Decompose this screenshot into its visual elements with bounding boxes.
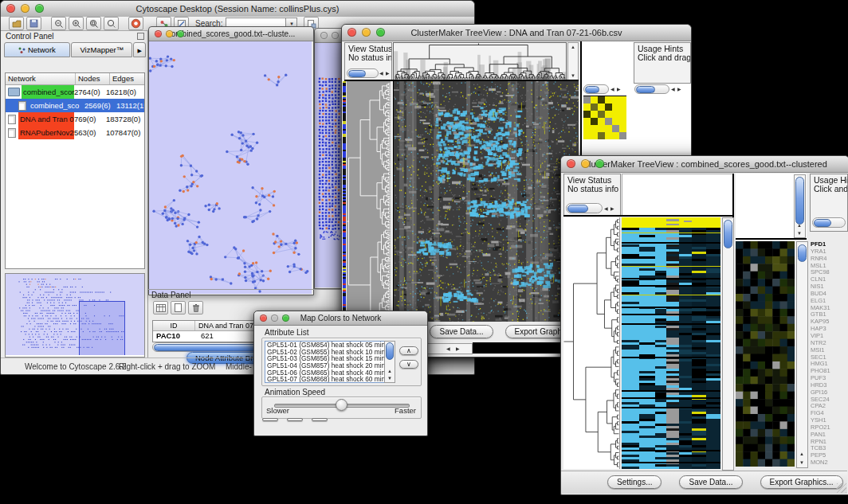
tv1-column-dendrogram[interactable] (393, 42, 567, 80)
tv2-heatmap-vscroll[interactable] (722, 217, 734, 471)
close-button[interactable] (260, 315, 267, 322)
zoom-selected-icon[interactable] (104, 17, 119, 30)
dialog-button[interactable] (287, 418, 303, 421)
delete-attribute-icon[interactable] (188, 301, 203, 315)
tv1-zoom-hscroll[interactable] (583, 84, 609, 94)
open-file-icon[interactable] (9, 17, 24, 30)
network-type-icon (8, 115, 16, 124)
close-button[interactable] (320, 32, 328, 39)
float-panel-icon[interactable] (137, 29, 144, 43)
network-row[interactable]: RNAPuberNov2+ 563(0) 107847(0) (6, 126, 144, 139)
tv1-usage-hints-panel: Usage Hints Click and drag to (634, 42, 691, 84)
network-window-1: combined_scores_good.txt--cluste... (148, 26, 314, 295)
minimize-button[interactable] (332, 32, 339, 39)
birdseye-canvas[interactable] (6, 274, 144, 355)
treeview-button[interactable]: Save Data... (679, 475, 742, 489)
close-button[interactable] (347, 28, 356, 37)
treeview1-title-bar[interactable]: ClusterMaker TreeView : DNA and Tran 07-… (342, 25, 691, 41)
tv2-zoom-vscroll[interactable]: ▲ ▼ (796, 241, 808, 468)
close-button[interactable] (6, 4, 15, 13)
dialog-button[interactable] (262, 418, 278, 421)
view-status-text: No status info f (345, 53, 391, 62)
dialog-title-bar[interactable]: Map Colors to Network (254, 311, 427, 326)
tab-vizmapper[interactable]: VizMapper™ (71, 42, 132, 57)
tv1-zoom-heatmap[interactable] (583, 96, 626, 139)
minimize-button[interactable] (581, 159, 590, 168)
network-row[interactable]: combined_sco 2569(6) 13112(15) (6, 99, 144, 112)
attribute-item[interactable]: GPL51-07 (GSM868) heat shock 60 min (265, 376, 385, 383)
tv2-footer: Settings...Save Data...Export Graphics..… (561, 471, 847, 494)
zoom-button[interactable] (282, 315, 289, 322)
main-title-bar[interactable]: Cytoscape Desktop (Session Name: collins… (1, 1, 474, 18)
slower-label: Slower (266, 406, 289, 415)
network-list-panel: Network Nodes Edges combined_scores 2764… (5, 72, 145, 269)
attribute-list-vscroll[interactable]: ▲ ▼ (384, 341, 395, 383)
scroll-left-icon[interactable]: ◀ (604, 206, 608, 211)
network1-title-bar[interactable]: combined_scores_good.txt--cluste... (149, 27, 313, 41)
scroll-left-icon[interactable]: ◀ (610, 87, 614, 92)
select-attributes-icon[interactable] (153, 301, 168, 315)
tv1-heatmap[interactable] (393, 81, 579, 322)
network-table-body: combined_scores 2764(0) 16218(0) combine… (6, 85, 144, 139)
tv2-status-scroll[interactable] (566, 203, 603, 213)
tv1-row-dendrogram[interactable] (347, 81, 391, 338)
tv1-zoom-zone: ◀ ▶ Usage Hints Click and drag to ◀ ▶ (580, 41, 691, 161)
tv1-hints-scroll[interactable] (634, 84, 669, 94)
network-type-icon (8, 128, 16, 138)
close-button[interactable] (155, 30, 162, 37)
move-down-button[interactable]: ∨ (399, 360, 418, 369)
zoom-out-icon[interactable] (51, 17, 66, 30)
tv2-column-dendrogram[interactable] (622, 174, 734, 216)
network-row[interactable]: combined_scores 2764(0) 16218(0) (6, 85, 144, 99)
scroll-left-icon[interactable]: ◀ (671, 87, 675, 92)
network1-canvas[interactable] (149, 41, 312, 294)
attr-col-id[interactable]: ID (153, 321, 195, 330)
scroll-left-icon[interactable]: ◀ (379, 71, 383, 76)
tv1-status-scroll[interactable] (347, 68, 379, 78)
minimize-button[interactable] (362, 28, 371, 37)
tab-overflow-arrow[interactable]: ▶ (133, 42, 146, 57)
treeview2-title-bar[interactable]: ClusterMaker TreeView : combined_scores_… (561, 156, 848, 173)
scroll-right-icon[interactable]: ▶ (610, 206, 614, 211)
move-up-button[interactable]: ∧ (399, 346, 418, 355)
status-welcome: Welcome to Cytoscape 2.6.2 (25, 362, 127, 371)
tv2-heatmap[interactable] (622, 217, 720, 469)
tv1-dendro-vscroll[interactable]: ▲▼ (567, 42, 579, 80)
zoom-button[interactable] (595, 159, 604, 168)
tv2-col-labels-vscroll[interactable]: ▲ ▼ (794, 174, 806, 238)
tv2-usage-hints-panel: Usage Hints Click and drag to (810, 174, 848, 232)
map-colors-dialog: Map Colors to Network Attribute List GPL… (253, 311, 428, 436)
birdseye-view-panel[interactable] (5, 273, 145, 357)
tv1-overview-strip (473, 342, 563, 354)
scroll-right-icon[interactable]: ▶ (677, 87, 681, 92)
zoom-fit-icon[interactable] (86, 17, 101, 30)
status-pan-hint: Middle- (226, 362, 252, 371)
window-controls (6, 4, 44, 13)
treeview1-title: ClusterMaker TreeView : DNA and Tran 07-… (410, 28, 622, 37)
zoom-button[interactable] (376, 28, 385, 37)
minimize-button[interactable] (166, 30, 173, 37)
gene-label[interactable]: MON2 (811, 459, 847, 467)
zoom-button[interactable] (177, 30, 184, 37)
dialog-button[interactable] (312, 418, 328, 421)
scroll-right-icon[interactable]: ▶ (386, 71, 390, 76)
tv2-hints-scroll[interactable] (812, 217, 846, 228)
minimize-button[interactable] (21, 4, 29, 13)
save-icon[interactable] (26, 17, 41, 30)
zoom-button[interactable] (35, 4, 44, 13)
treeview2-title: ClusterMaker TreeView : combined_scores_… (583, 159, 827, 169)
network-row[interactable]: DNA and Tran 07 769(0) 183728(0) (6, 112, 144, 126)
create-attribute-icon[interactable] (171, 301, 186, 315)
tv2-row-dendrogram[interactable] (563, 217, 620, 469)
treeview-button[interactable]: Settings... (607, 475, 662, 489)
tv2-zoom-heatmap[interactable] (736, 241, 795, 467)
tab-network[interactable]: Network (4, 42, 70, 57)
speed-slider-thumb[interactable] (336, 399, 347, 411)
scroll-right-icon[interactable]: ▶ (617, 87, 621, 92)
close-button[interactable] (567, 159, 575, 168)
zoom-in-icon[interactable] (69, 17, 84, 30)
treeview-button[interactable]: Export Graphics... (760, 475, 843, 489)
view-status-text: No status info f (564, 185, 620, 193)
treeview-button[interactable]: Save Data... (430, 325, 493, 338)
resize-grip[interactable] (837, 483, 846, 493)
